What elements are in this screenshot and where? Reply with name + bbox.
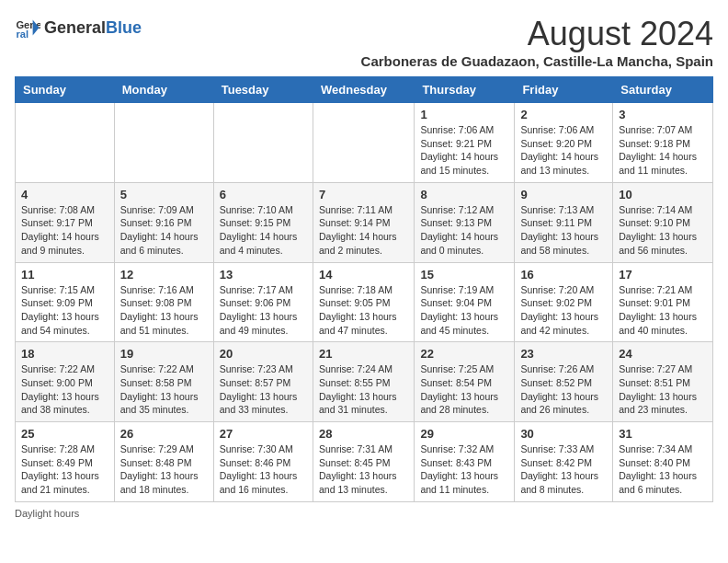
day-info: Sunrise: 7:24 AMSunset: 8:55 PMDaylight:…: [319, 362, 408, 417]
day-info: Sunrise: 7:22 AMSunset: 8:58 PMDaylight:…: [120, 362, 208, 417]
day-number: 29: [420, 427, 508, 441]
calendar-day-cell: [16, 103, 115, 183]
header: Gene ral GeneralBlue August 2024 Carbone…: [15, 15, 713, 69]
day-info: Sunrise: 7:13 AMSunset: 9:11 PMDaylight:…: [520, 203, 607, 258]
calendar-day-cell: 6Sunrise: 7:10 AMSunset: 9:15 PMDaylight…: [213, 182, 313, 262]
day-info: Sunrise: 7:15 AMSunset: 9:09 PMDaylight:…: [21, 283, 108, 338]
calendar-day-cell: 28Sunrise: 7:31 AMSunset: 8:45 PMDayligh…: [313, 422, 414, 502]
day-info: Sunrise: 7:31 AMSunset: 8:45 PMDaylight:…: [319, 442, 408, 497]
calendar-day-cell: 26Sunrise: 7:29 AMSunset: 8:48 PMDayligh…: [114, 422, 213, 502]
day-info: Sunrise: 7:29 AMSunset: 8:48 PMDaylight:…: [120, 442, 208, 497]
day-number: 1: [420, 108, 508, 121]
calendar-day-cell: 31Sunrise: 7:34 AMSunset: 8:40 PMDayligh…: [613, 422, 713, 502]
calendar-week-row: 1Sunrise: 7:06 AMSunset: 9:21 PMDaylight…: [16, 103, 713, 183]
day-number: 5: [120, 188, 208, 201]
day-info: Sunrise: 7:12 AMSunset: 9:13 PMDaylight:…: [420, 203, 508, 258]
day-number: 6: [220, 188, 307, 201]
day-of-week-header: Thursday: [415, 77, 515, 103]
calendar-day-cell: 9Sunrise: 7:13 AMSunset: 9:11 PMDaylight…: [515, 182, 613, 262]
calendar-day-cell: 15Sunrise: 7:19 AMSunset: 9:04 PMDayligh…: [415, 262, 515, 342]
day-number: 19: [120, 347, 208, 361]
day-info: Sunrise: 7:10 AMSunset: 9:15 PMDaylight:…: [220, 203, 307, 258]
logo-icon: Gene ral: [15, 15, 40, 40]
day-info: Sunrise: 7:21 AMSunset: 9:01 PMDaylight:…: [619, 283, 707, 338]
day-info: Sunrise: 7:19 AMSunset: 9:04 PMDaylight:…: [420, 283, 508, 338]
day-info: Sunrise: 7:16 AMSunset: 9:08 PMDaylight:…: [120, 283, 208, 338]
calendar-day-cell: [313, 103, 414, 183]
day-info: Sunrise: 7:09 AMSunset: 9:16 PMDaylight:…: [120, 203, 208, 258]
logo-blue-text: Blue: [106, 18, 142, 38]
calendar-day-cell: 1Sunrise: 7:06 AMSunset: 9:21 PMDaylight…: [415, 103, 515, 183]
day-info: Sunrise: 7:17 AMSunset: 9:06 PMDaylight:…: [220, 283, 307, 338]
day-info: Sunrise: 7:32 AMSunset: 8:43 PMDaylight:…: [420, 442, 508, 497]
calendar-day-cell: 25Sunrise: 7:28 AMSunset: 8:49 PMDayligh…: [16, 422, 115, 502]
day-of-week-header: Saturday: [613, 77, 713, 103]
day-info: Sunrise: 7:26 AMSunset: 8:52 PMDaylight:…: [520, 362, 607, 417]
calendar-day-cell: 22Sunrise: 7:25 AMSunset: 8:54 PMDayligh…: [415, 342, 515, 422]
day-number: 9: [520, 188, 607, 201]
calendar-day-cell: 4Sunrise: 7:08 AMSunset: 9:17 PMDaylight…: [16, 182, 115, 262]
calendar-day-cell: 19Sunrise: 7:22 AMSunset: 8:58 PMDayligh…: [114, 342, 213, 422]
day-number: 31: [619, 427, 707, 441]
calendar-day-cell: 18Sunrise: 7:22 AMSunset: 9:00 PMDayligh…: [16, 342, 115, 422]
day-info: Sunrise: 7:08 AMSunset: 9:17 PMDaylight:…: [21, 203, 108, 258]
calendar-header-row: SundayMondayTuesdayWednesdayThursdayFrid…: [16, 77, 713, 103]
day-number: 16: [520, 268, 607, 282]
calendar-day-cell: 2Sunrise: 7:06 AMSunset: 9:20 PMDaylight…: [515, 103, 613, 183]
calendar-table: SundayMondayTuesdayWednesdayThursdayFrid…: [15, 76, 713, 502]
day-of-week-header: Monday: [114, 77, 213, 103]
day-info: Sunrise: 7:07 AMSunset: 9:18 PMDaylight:…: [619, 123, 707, 178]
day-number: 22: [420, 347, 508, 361]
day-number: 4: [21, 188, 108, 201]
svg-text:ral: ral: [16, 29, 28, 40]
day-number: 27: [220, 427, 307, 441]
day-number: 18: [21, 347, 108, 361]
day-number: 28: [319, 427, 408, 441]
day-number: 20: [220, 347, 307, 361]
day-info: Sunrise: 7:23 AMSunset: 8:57 PMDaylight:…: [220, 362, 307, 417]
day-info: Sunrise: 7:27 AMSunset: 8:51 PMDaylight:…: [619, 362, 707, 417]
day-number: 14: [319, 268, 408, 282]
day-info: Sunrise: 7:28 AMSunset: 8:49 PMDaylight:…: [21, 442, 108, 497]
location-subtitle: Carboneras de Guadazaon, Castille-La Man…: [361, 53, 713, 69]
day-info: Sunrise: 7:06 AMSunset: 9:20 PMDaylight:…: [520, 123, 607, 178]
logo-general-text: General: [44, 18, 106, 38]
month-title: August 2024: [361, 15, 713, 53]
day-number: 23: [520, 347, 607, 361]
logo: Gene ral GeneralBlue: [15, 15, 142, 40]
day-info: Sunrise: 7:22 AMSunset: 9:00 PMDaylight:…: [21, 362, 108, 417]
day-info: Sunrise: 7:20 AMSunset: 9:02 PMDaylight:…: [520, 283, 607, 338]
day-number: 30: [520, 427, 607, 441]
day-number: 15: [420, 268, 508, 282]
day-info: Sunrise: 7:06 AMSunset: 9:21 PMDaylight:…: [420, 123, 508, 178]
calendar-day-cell: [213, 103, 313, 183]
day-info: Sunrise: 7:33 AMSunset: 8:42 PMDaylight:…: [520, 442, 607, 497]
day-number: 13: [220, 268, 307, 282]
calendar-day-cell: 21Sunrise: 7:24 AMSunset: 8:55 PMDayligh…: [313, 342, 414, 422]
calendar-day-cell: 27Sunrise: 7:30 AMSunset: 8:46 PMDayligh…: [213, 422, 313, 502]
day-of-week-header: Wednesday: [313, 77, 414, 103]
day-info: Sunrise: 7:14 AMSunset: 9:10 PMDaylight:…: [619, 203, 707, 258]
title-area: August 2024 Carboneras de Guadazaon, Cas…: [361, 15, 713, 69]
day-number: 10: [619, 188, 707, 201]
day-number: 24: [619, 347, 707, 361]
day-of-week-header: Sunday: [16, 77, 115, 103]
day-number: 25: [21, 427, 108, 441]
calendar-day-cell: 7Sunrise: 7:11 AMSunset: 9:14 PMDaylight…: [313, 182, 414, 262]
day-of-week-header: Tuesday: [213, 77, 313, 103]
calendar-day-cell: 30Sunrise: 7:33 AMSunset: 8:42 PMDayligh…: [515, 422, 613, 502]
day-number: 26: [120, 427, 208, 441]
calendar-week-row: 11Sunrise: 7:15 AMSunset: 9:09 PMDayligh…: [16, 262, 713, 342]
calendar-day-cell: 12Sunrise: 7:16 AMSunset: 9:08 PMDayligh…: [114, 262, 213, 342]
day-number: 12: [120, 268, 208, 282]
calendar-week-row: 18Sunrise: 7:22 AMSunset: 9:00 PMDayligh…: [16, 342, 713, 422]
day-info: Sunrise: 7:25 AMSunset: 8:54 PMDaylight:…: [420, 362, 508, 417]
calendar-day-cell: 29Sunrise: 7:32 AMSunset: 8:43 PMDayligh…: [415, 422, 515, 502]
calendar-day-cell: 14Sunrise: 7:18 AMSunset: 9:05 PMDayligh…: [313, 262, 414, 342]
calendar-day-cell: 11Sunrise: 7:15 AMSunset: 9:09 PMDayligh…: [16, 262, 115, 342]
calendar-day-cell: 23Sunrise: 7:26 AMSunset: 8:52 PMDayligh…: [515, 342, 613, 422]
calendar-day-cell: 8Sunrise: 7:12 AMSunset: 9:13 PMDaylight…: [415, 182, 515, 262]
day-number: 2: [520, 108, 607, 121]
calendar-day-cell: [114, 103, 213, 183]
calendar-day-cell: 5Sunrise: 7:09 AMSunset: 9:16 PMDaylight…: [114, 182, 213, 262]
